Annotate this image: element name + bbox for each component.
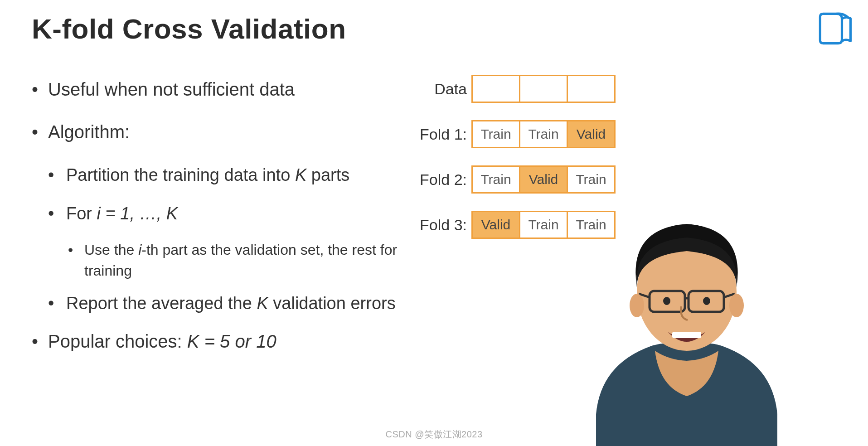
svg-point-6 (663, 297, 670, 305)
bullet-use-ith: Use the i-th part as the validation set,… (66, 239, 403, 281)
diagram-boxes: TrainTrainValid (471, 120, 616, 148)
train-cell (567, 75, 616, 103)
bullet-for-loop: For i = 1, …, K (48, 201, 403, 227)
bullet-text: For (66, 204, 97, 223)
bullet-text: Use the (84, 242, 138, 258)
svg-line-5 (724, 294, 735, 297)
diagram-row-label: Data (412, 80, 471, 98)
diagram-row-label: Fold 3: (412, 216, 471, 234)
bullet-algorithm: Algorithm: (32, 120, 403, 144)
train-cell: Train (471, 120, 520, 148)
train-cell (471, 75, 520, 103)
italic-k-choices: K = 5 or 10 (187, 331, 276, 351)
italic-k: K (295, 165, 306, 184)
bullet-partition: Partition the training data into K parts (48, 162, 403, 188)
bullet-text: Popular choices: (48, 331, 187, 351)
bullet-text: parts (306, 165, 349, 184)
svg-rect-1 (650, 291, 685, 312)
italic-k: K (257, 294, 268, 313)
diagram-boxes (471, 75, 616, 103)
diagram-boxes: TrainValidTrain (471, 165, 616, 194)
train-cell: Train (519, 211, 568, 239)
diagram-row: Fold 1:TrainTrainValid (412, 120, 621, 149)
bullet-text: Useful when not sufficient data (48, 79, 295, 99)
train-cell (519, 75, 568, 103)
watermark-text: CSDN @笑傲江湖2023 (385, 428, 482, 441)
bullet-text: validation errors (268, 294, 396, 313)
train-cell: Train (519, 120, 568, 148)
svg-point-10 (729, 294, 744, 317)
slide-title: K-fold Cross Validation (32, 13, 346, 45)
diagram-boxes: ValidTrainTrain (471, 211, 616, 239)
bullet-text: Report the averaged the (66, 294, 257, 313)
train-cell: Train (471, 165, 520, 194)
svg-rect-8 (672, 332, 701, 338)
train-cell: Train (567, 211, 616, 239)
svg-line-4 (639, 294, 650, 297)
book-logo-icon (815, 9, 854, 48)
valid-cell: Valid (567, 120, 616, 148)
diagram-row: Data (412, 74, 621, 103)
bullet-popular: Popular choices: K = 5 or 10 (32, 329, 403, 354)
bullet-list: Useful when not sufficient data Algorith… (32, 77, 403, 372)
train-cell: Train (567, 165, 616, 194)
diagram-row-label: Fold 1: (412, 126, 471, 143)
bullet-useful: Useful when not sufficient data (32, 77, 403, 102)
kfold-diagram: DataFold 1:TrainTrainValidFold 2:TrainVa… (412, 74, 621, 256)
svg-rect-2 (689, 291, 724, 312)
bullet-text: Algorithm: (48, 122, 130, 142)
valid-cell: Valid (519, 165, 568, 194)
diagram-row: Fold 2:TrainValidTrain (412, 165, 621, 194)
bullet-text: Partition the training data into (66, 165, 295, 184)
bullet-report: Report the averaged the K validation err… (48, 291, 403, 316)
svg-point-9 (630, 294, 644, 317)
valid-cell: Valid (471, 211, 520, 239)
diagram-row: Fold 3:ValidTrainTrain (412, 210, 621, 239)
svg-point-0 (637, 233, 737, 351)
slide: K-fold Cross Validation Useful when not … (0, 0, 868, 446)
svg-point-7 (703, 297, 710, 305)
diagram-row-label: Fold 2: (412, 171, 471, 189)
italic-range: i = 1, …, K (97, 204, 178, 223)
